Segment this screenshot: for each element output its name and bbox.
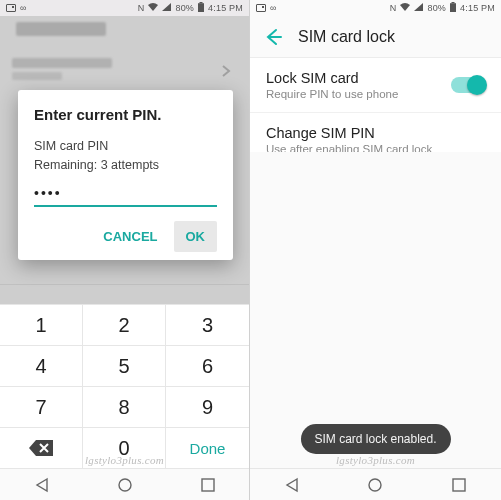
nav-bar (0, 468, 249, 500)
toast-message: SIM card lock enabled. (300, 424, 450, 454)
setting-title: Change SIM PIN (266, 125, 432, 141)
nav-home-button[interactable] (366, 476, 384, 494)
nav-bar (250, 468, 501, 500)
page-title: SIM card lock (298, 28, 395, 46)
key-4[interactable]: 4 (0, 345, 83, 386)
svg-rect-0 (200, 2, 203, 3)
battery-percent: 80% (427, 3, 446, 13)
nav-home-button[interactable] (116, 476, 134, 494)
cancel-button[interactable]: CANCEL (91, 221, 169, 252)
screen-left-pin-entry: ∞ N 80% 4:15 PM Enter current PIN. SIM c… (0, 0, 250, 500)
key-done[interactable]: Done (166, 427, 249, 468)
svg-rect-3 (202, 479, 214, 491)
dialog-title: Enter current PIN. (34, 106, 217, 123)
clock-text: 4:15 PM (208, 3, 243, 13)
nav-recent-button[interactable] (199, 476, 217, 494)
key-3[interactable]: 3 (166, 304, 249, 345)
ok-button[interactable]: OK (174, 221, 218, 252)
infinity-icon: ∞ (270, 3, 276, 13)
setting-subtitle: Require PIN to use phone (266, 88, 398, 100)
svg-rect-1 (198, 3, 204, 12)
key-backspace[interactable] (0, 427, 83, 468)
svg-point-2 (119, 479, 131, 491)
status-bar: ∞ N 80% 4:15 PM (0, 0, 249, 16)
signal-icon (414, 3, 423, 13)
nfc-icon: N (390, 3, 397, 13)
pin-dialog: Enter current PIN. SIM card PIN Remainin… (18, 90, 233, 260)
svg-rect-5 (450, 3, 456, 12)
screen-right-sim-lock-settings: ∞ N 80% 4:15 PM SIM card lock Lock SIM c… (250, 0, 501, 500)
back-button[interactable] (264, 28, 282, 46)
key-0[interactable]: 0 (83, 427, 166, 468)
lock-sim-toggle[interactable] (451, 77, 485, 93)
key-2[interactable]: 2 (83, 304, 166, 345)
setting-lock-sim-card[interactable]: Lock SIM card Require PIN to use phone (250, 58, 501, 113)
wifi-icon (148, 3, 158, 13)
infinity-icon: ∞ (20, 3, 26, 13)
backspace-icon (28, 439, 54, 457)
nav-back-button[interactable] (283, 476, 301, 494)
clock-text: 4:15 PM (460, 3, 495, 13)
setting-title: Lock SIM card (266, 70, 398, 86)
dialog-remaining: Remaining: 3 attempts (34, 156, 217, 175)
battery-percent: 80% (175, 3, 194, 13)
pin-input[interactable]: •••• (34, 183, 217, 207)
key-8[interactable]: 8 (83, 386, 166, 427)
sim-card-icon (6, 4, 16, 12)
app-bar: SIM card lock (250, 16, 501, 58)
battery-icon (450, 2, 456, 14)
key-1[interactable]: 1 (0, 304, 83, 345)
empty-area (250, 152, 501, 468)
signal-icon (162, 3, 171, 13)
nav-back-button[interactable] (33, 476, 51, 494)
status-bar: ∞ N 80% 4:15 PM (250, 0, 501, 16)
sim-card-icon (256, 4, 266, 12)
wifi-icon (400, 3, 410, 13)
nfc-icon: N (138, 3, 145, 13)
key-5[interactable]: 5 (83, 345, 166, 386)
numeric-keypad: 1 2 3 4 5 6 7 8 9 0 Done (0, 304, 249, 468)
key-9[interactable]: 9 (166, 386, 249, 427)
dialog-label: SIM card PIN (34, 137, 217, 156)
svg-rect-4 (452, 2, 455, 3)
battery-icon (198, 2, 204, 14)
nav-recent-button[interactable] (450, 476, 468, 494)
key-6[interactable]: 6 (166, 345, 249, 386)
svg-rect-7 (453, 479, 465, 491)
key-7[interactable]: 7 (0, 386, 83, 427)
svg-point-6 (369, 479, 381, 491)
